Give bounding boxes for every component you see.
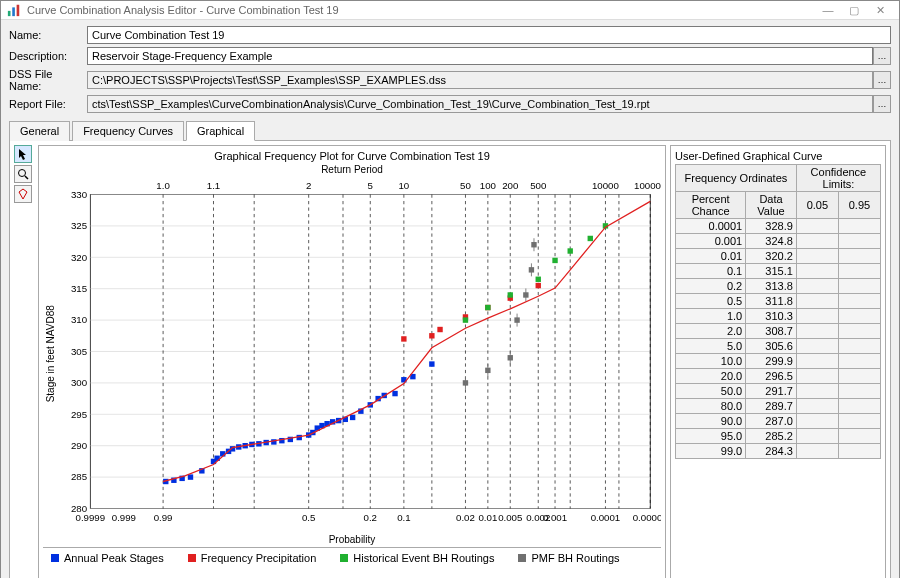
- table-cell[interactable]: 0.1: [676, 264, 746, 279]
- table-cell[interactable]: 0.001: [676, 234, 746, 249]
- maximize-button[interactable]: ▢: [841, 1, 867, 19]
- table-cell[interactable]: [796, 219, 838, 234]
- description-ellipsis-button[interactable]: …: [873, 47, 891, 65]
- table-cell[interactable]: [838, 414, 880, 429]
- table-cell[interactable]: 308.7: [746, 324, 797, 339]
- c95-header: 0.95: [838, 192, 880, 219]
- table-cell[interactable]: 291.7: [746, 384, 797, 399]
- table-cell[interactable]: [838, 339, 880, 354]
- table-cell[interactable]: [796, 264, 838, 279]
- table-cell[interactable]: 328.9: [746, 219, 797, 234]
- table-cell[interactable]: 0.01: [676, 249, 746, 264]
- table-cell[interactable]: 10.0: [676, 354, 746, 369]
- table-cell[interactable]: [838, 354, 880, 369]
- table-cell[interactable]: [796, 279, 838, 294]
- report-browse-button[interactable]: …: [873, 95, 891, 113]
- svg-text:0.01: 0.01: [478, 512, 497, 523]
- table-cell[interactable]: [796, 339, 838, 354]
- table-cell[interactable]: [838, 249, 880, 264]
- table-cell[interactable]: 324.8: [746, 234, 797, 249]
- table-cell[interactable]: [838, 264, 880, 279]
- table-cell[interactable]: [796, 324, 838, 339]
- table-cell[interactable]: 320.2: [746, 249, 797, 264]
- table-cell[interactable]: 5.0: [676, 339, 746, 354]
- table-cell[interactable]: 99.0: [676, 444, 746, 459]
- ordinates-table[interactable]: Frequency Ordinates Confidence Limits: P…: [675, 164, 881, 459]
- table-cell[interactable]: 95.0: [676, 429, 746, 444]
- table-cell[interactable]: 299.9: [746, 354, 797, 369]
- svg-text:100000: 100000: [634, 180, 661, 191]
- table-cell[interactable]: 305.6: [746, 339, 797, 354]
- tab-frequency-curves[interactable]: Frequency Curves: [72, 121, 184, 141]
- table-cell[interactable]: [796, 429, 838, 444]
- table-cell[interactable]: [796, 234, 838, 249]
- table-cell[interactable]: [796, 294, 838, 309]
- table-cell[interactable]: [796, 384, 838, 399]
- tab-strip: General Frequency Curves Graphical: [9, 120, 891, 141]
- svg-text:0.99: 0.99: [154, 512, 173, 523]
- table-cell[interactable]: [796, 354, 838, 369]
- table-cell[interactable]: 1.0: [676, 309, 746, 324]
- dss-browse-button[interactable]: …: [873, 71, 891, 89]
- zoom-tool[interactable]: [14, 165, 32, 183]
- minimize-button[interactable]: —: [815, 1, 841, 19]
- dss-label: DSS File Name:: [9, 68, 87, 92]
- table-cell[interactable]: [796, 249, 838, 264]
- table-cell[interactable]: 315.1: [746, 264, 797, 279]
- table-cell[interactable]: [838, 369, 880, 384]
- table-cell[interactable]: 0.5: [676, 294, 746, 309]
- svg-text:200: 200: [502, 180, 519, 191]
- table-cell[interactable]: 289.7: [746, 399, 797, 414]
- tab-general[interactable]: General: [9, 121, 70, 141]
- svg-text:0.9999: 0.9999: [76, 512, 106, 523]
- table-cell[interactable]: [838, 444, 880, 459]
- table-cell[interactable]: 90.0: [676, 414, 746, 429]
- c05-header: 0.05: [796, 192, 838, 219]
- table-cell[interactable]: 50.0: [676, 384, 746, 399]
- table-cell[interactable]: 310.3: [746, 309, 797, 324]
- tab-graphical[interactable]: Graphical: [186, 121, 255, 141]
- table-cell[interactable]: [838, 384, 880, 399]
- svg-text:305: 305: [71, 346, 87, 357]
- table-cell[interactable]: [838, 219, 880, 234]
- svg-rect-105: [401, 336, 406, 341]
- svg-point-3: [19, 170, 26, 177]
- table-cell[interactable]: [796, 444, 838, 459]
- table-cell[interactable]: [838, 399, 880, 414]
- table-cell[interactable]: 296.5: [746, 369, 797, 384]
- pointer-tool[interactable]: [14, 145, 32, 163]
- table-cell[interactable]: 0.2: [676, 279, 746, 294]
- description-input[interactable]: Reservoir Stage-Frequency Example: [87, 47, 873, 65]
- table-cell[interactable]: [838, 429, 880, 444]
- close-button[interactable]: ✕: [867, 1, 893, 19]
- table-cell[interactable]: 287.0: [746, 414, 797, 429]
- table-cell[interactable]: 313.8: [746, 279, 797, 294]
- name-input[interactable]: Curve Combination Test 19: [87, 26, 891, 44]
- svg-text:330: 330: [71, 189, 88, 200]
- table-cell[interactable]: 0.0001: [676, 219, 746, 234]
- table-cell[interactable]: [838, 324, 880, 339]
- table-cell[interactable]: [838, 234, 880, 249]
- name-label: Name:: [9, 29, 87, 41]
- table-cell[interactable]: [838, 309, 880, 324]
- table-cell[interactable]: 80.0: [676, 399, 746, 414]
- table-cell[interactable]: [838, 294, 880, 309]
- table-cell[interactable]: 284.3: [746, 444, 797, 459]
- pen-tool[interactable]: [14, 185, 32, 203]
- table-cell[interactable]: 311.8: [746, 294, 797, 309]
- table-cell[interactable]: [838, 279, 880, 294]
- table-cell[interactable]: 20.0: [676, 369, 746, 384]
- x-axis-label: Probability: [43, 532, 661, 547]
- table-cell[interactable]: [796, 369, 838, 384]
- frequency-plot[interactable]: 2802852902953003053103153203253301.01.12…: [58, 175, 661, 532]
- table-cell[interactable]: [796, 399, 838, 414]
- titlebar: Curve Combination Analysis Editor - Curv…: [1, 1, 899, 20]
- svg-text:500: 500: [530, 180, 547, 191]
- table-cell[interactable]: 285.2: [746, 429, 797, 444]
- svg-rect-112: [463, 317, 468, 322]
- table-cell[interactable]: 2.0: [676, 324, 746, 339]
- table-cell[interactable]: [796, 414, 838, 429]
- table-cell[interactable]: [796, 309, 838, 324]
- svg-rect-1: [12, 7, 15, 16]
- dss-input: C:\PROJECTS\SSP\Projects\Test\SSP_Exampl…: [87, 71, 873, 89]
